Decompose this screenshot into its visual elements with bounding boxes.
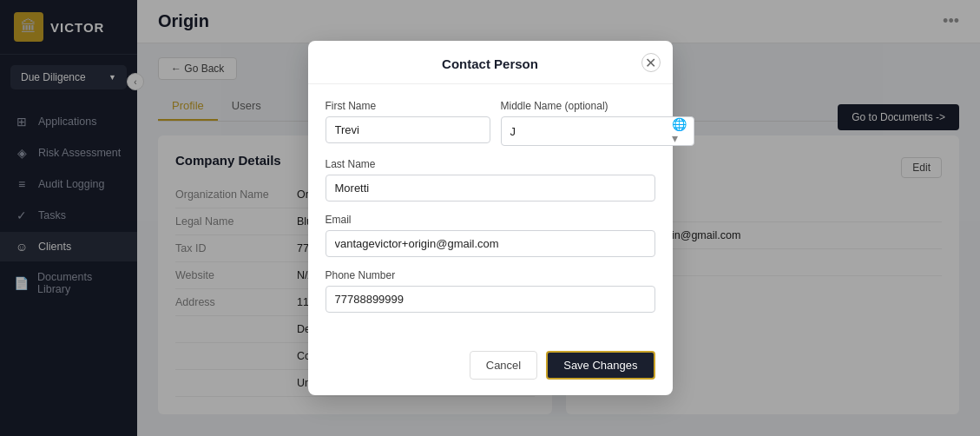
cancel-button[interactable]: Cancel	[470, 351, 537, 380]
flag-icon: 🌐▾	[665, 117, 694, 145]
middle-name-input-wrapper: 🌐▾	[501, 116, 694, 146]
email-label: Email	[326, 214, 655, 226]
first-name-label: First Name	[326, 100, 490, 112]
modal-close-button[interactable]: ✕	[641, 53, 661, 72]
modal-footer: Cancel Save Changes	[308, 340, 673, 395]
last-name-group: Last Name	[326, 158, 655, 201]
phone-row: Phone Number	[326, 269, 655, 313]
phone-group: Phone Number	[326, 269, 655, 313]
phone-label: Phone Number	[326, 269, 655, 281]
first-name-group: First Name	[326, 100, 490, 146]
middle-name-label: Middle Name (optional)	[501, 100, 694, 112]
modal-title: Contact Person	[442, 56, 538, 71]
email-group: Email	[326, 214, 655, 257]
middle-name-group: Middle Name (optional) 🌐▾	[501, 100, 694, 146]
modal-header: Contact Person ✕	[308, 41, 673, 84]
middle-name-input[interactable]	[502, 119, 665, 144]
email-row: Email	[326, 214, 655, 257]
contact-person-modal: Contact Person ✕ First Name Middle Name …	[308, 41, 673, 395]
last-name-label: Last Name	[326, 158, 655, 170]
first-name-input[interactable]	[326, 116, 490, 143]
modal-body: First Name Middle Name (optional) 🌐▾ Las…	[308, 84, 673, 340]
last-name-row: Last Name	[326, 158, 655, 201]
last-name-input[interactable]	[326, 175, 655, 201]
name-row: First Name Middle Name (optional) 🌐▾	[326, 100, 655, 146]
phone-input[interactable]	[326, 286, 655, 313]
save-changes-button[interactable]: Save Changes	[546, 351, 654, 380]
email-input[interactable]	[326, 230, 655, 257]
modal-overlay: Contact Person ✕ First Name Middle Name …	[0, 0, 980, 436]
